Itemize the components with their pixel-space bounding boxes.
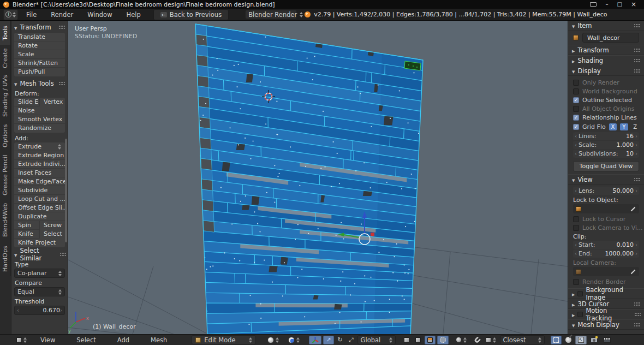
menu-window[interactable]: Window	[81, 10, 118, 20]
checkbox-icon[interactable]	[573, 88, 579, 94]
editor-type-button[interactable]	[3, 9, 18, 20]
slide-vertex-button[interactable]: Vertex	[39, 98, 65, 106]
field-right-arrow-icon[interactable]: ›	[635, 242, 637, 248]
tab-shading-uvs[interactable]: Shading / UVs	[0, 72, 11, 120]
menu-view[interactable]: View	[31, 336, 65, 344]
snap-target-select[interactable]: Closest	[500, 335, 545, 344]
checkbox-icon[interactable]	[573, 279, 579, 285]
checkbox-checked-icon[interactable]	[573, 97, 579, 103]
lock-object-field[interactable]	[573, 204, 639, 213]
compare-select[interactable]: Equal	[14, 287, 65, 296]
toggle-quad-view-button[interactable]: Toggle Quad View	[573, 161, 639, 171]
clip-start-field[interactable]: ‹ Start: 0.010 ›	[573, 241, 639, 249]
slider-right-arrow-icon[interactable]: ›	[60, 307, 62, 313]
lines-field[interactable]: ‹ Lines: 16 ›	[573, 132, 639, 140]
grid-y-toggle[interactable]: Y	[620, 123, 628, 130]
offset-edge-slide-button[interactable]: Offset Edge Sli...	[14, 204, 65, 212]
tab-create[interactable]: Create	[0, 45, 11, 72]
scale-field[interactable]: ‹ Scale: 1.000 ›	[573, 141, 639, 149]
lock-to-cursor-row[interactable]: Lock to Cursor	[568, 215, 644, 223]
keyboard-layout-icon[interactable]	[590, 2, 597, 7]
extrude-individual-button[interactable]: Extrude Indivi...	[14, 160, 65, 169]
slider-left-arrow-icon[interactable]: ‹	[17, 307, 19, 313]
panel-grip-icon[interactable]	[634, 24, 640, 27]
panel-grip-icon[interactable]	[634, 323, 640, 326]
field-right-arrow-icon[interactable]: ›	[635, 151, 637, 157]
randomize-button[interactable]: Randomize	[14, 124, 65, 133]
only-render-row[interactable]: Only Render	[568, 78, 644, 87]
mode-select[interactable]: Edit Mode	[192, 335, 256, 344]
panel-header-mesh-display[interactable]: Mesh Display	[568, 319, 644, 330]
translate-button[interactable]: Translate	[14, 33, 65, 41]
close-icon[interactable]	[631, 2, 636, 8]
checkbox-icon[interactable]	[573, 106, 579, 112]
shrink-fatten-button[interactable]: Shrink/Fatten	[14, 59, 65, 68]
panel-grip-icon[interactable]	[634, 178, 640, 181]
maximize-icon[interactable]	[617, 2, 622, 7]
object-name-field[interactable]: Wall_decor	[582, 33, 639, 43]
viewport-3d[interactable]: xy User Persp SStatus: UNDEFINED (1) Wal…	[68, 21, 568, 334]
push-pull-button[interactable]: Push/Pull	[14, 68, 65, 76]
world-background-row[interactable]: World Background	[568, 87, 644, 96]
panel-grip-icon[interactable]	[634, 49, 640, 52]
eyedropper-icon[interactable]	[630, 269, 636, 275]
eyedropper-icon[interactable]	[630, 206, 636, 212]
panel-grip-icon[interactable]	[59, 26, 65, 29]
similar-type-select[interactable]: Co-planar	[14, 269, 65, 278]
panel-grip-icon[interactable]	[59, 82, 65, 85]
slide-edge-button[interactable]: Slide E	[14, 98, 39, 106]
panel-header-transform-props[interactable]: Transform	[568, 45, 644, 55]
viewport-shading-select[interactable]	[265, 336, 281, 344]
field-right-arrow-icon[interactable]: ›	[635, 142, 637, 148]
render-border-row[interactable]: Render Border	[568, 277, 644, 286]
snap-self-button[interactable]	[551, 336, 562, 344]
knife-button[interactable]: Knife	[14, 230, 39, 239]
checkbox-icon[interactable]	[573, 80, 579, 86]
panel-grip-icon[interactable]	[635, 313, 640, 316]
subdivisions-field[interactable]: ‹ Subdivisions: 10 ›	[573, 150, 639, 158]
duplicate-button[interactable]: Duplicate	[14, 212, 65, 221]
field-left-arrow-icon[interactable]: ‹	[575, 251, 577, 257]
tab-hardops[interactable]: HardOps	[0, 241, 11, 276]
back-to-previous-button[interactable]: Back to Previous	[153, 9, 229, 20]
snap-toggle-button[interactable]	[473, 336, 482, 344]
smooth-vertex-button[interactable]: Smooth Vertex	[14, 115, 65, 124]
checkbox-checked-icon[interactable]	[573, 115, 579, 121]
extrude-region-button[interactable]: Extrude Region	[14, 151, 65, 160]
screw-button[interactable]: Screw	[39, 221, 65, 230]
tab-options[interactable]: Options	[0, 120, 11, 152]
threshold-slider[interactable]: ‹ 0.670 ›	[14, 306, 65, 315]
checkbox-checked-icon[interactable]	[573, 124, 579, 130]
minimize-icon[interactable]	[605, 2, 608, 7]
grid-z-toggle[interactable]: Z	[631, 123, 639, 130]
menu-mesh[interactable]: Mesh	[141, 336, 177, 344]
field-left-arrow-icon[interactable]: ‹	[575, 133, 577, 139]
spin-button[interactable]: Spin	[14, 221, 39, 230]
field-right-arrow-icon[interactable]: ›	[635, 133, 637, 139]
menu-add[interactable]: Add	[108, 336, 139, 344]
panel-grip-icon[interactable]	[634, 59, 640, 62]
grid-floor-row[interactable]: Grid Flo X Y Z	[568, 122, 644, 132]
panel-header-view[interactable]: View	[568, 174, 644, 185]
relationship-lines-row[interactable]: Relationship Lines	[568, 113, 644, 122]
checkbox-icon[interactable]	[577, 312, 583, 317]
noise-button[interactable]: Noise	[14, 106, 65, 115]
scale-button[interactable]: Scale	[14, 50, 65, 59]
panel-header-shading[interactable]: Shading	[568, 55, 644, 66]
local-camera-field[interactable]	[573, 267, 639, 276]
orientation-select[interactable]: Global	[357, 335, 396, 344]
manipulator-toggle-button[interactable]	[309, 336, 321, 344]
panel-header-select-similar[interactable]: Select Similar	[14, 249, 65, 259]
manipulator-rotate-button[interactable]: ↻	[336, 336, 345, 344]
editor-type-button[interactable]	[14, 336, 29, 344]
rotate-button[interactable]: Rotate	[14, 41, 65, 50]
knife-project-button[interactable]: Knife Project	[14, 239, 65, 247]
panel-grip-icon[interactable]	[60, 253, 65, 256]
checkbox-icon[interactable]	[573, 216, 579, 222]
wall-mesh[interactable]	[195, 24, 423, 334]
menu-file[interactable]: File	[20, 10, 43, 20]
checkbox-icon[interactable]	[573, 225, 579, 231]
lock-camera-row[interactable]: Lock Camera to Vi...	[568, 223, 644, 232]
clip-end-field[interactable]: ‹ End: 1000.000 ›	[573, 249, 639, 258]
outline-selected-row[interactable]: Outline Selected	[568, 96, 644, 104]
